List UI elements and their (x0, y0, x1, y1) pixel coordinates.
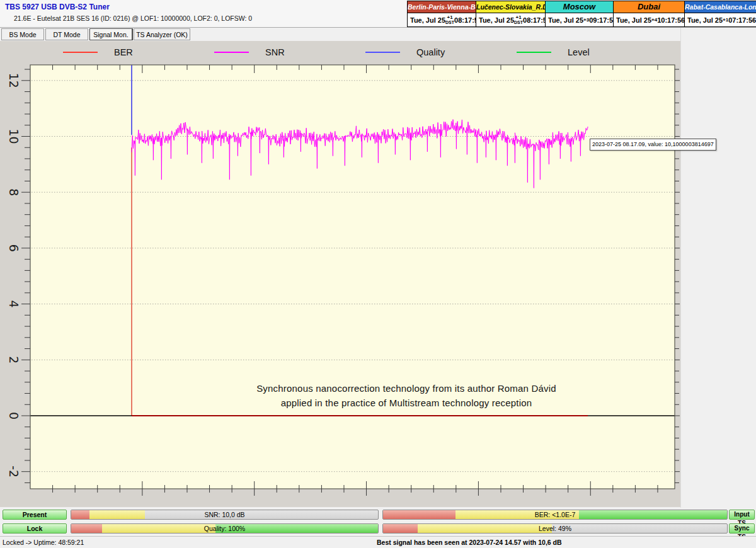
svg-text:4: 4 (7, 300, 21, 308)
lock-button[interactable]: Lock (3, 523, 67, 534)
svg-text:10: 10 (7, 128, 21, 144)
utc-offset-value: +1 (723, 18, 728, 23)
clock-utc-offset: +4 (651, 18, 657, 23)
ber-bar-text: BER: <1.0E-7 (383, 511, 727, 518)
header: TBS 5927 USB DVB-S2 Tuner 21.6E - Eutels… (0, 0, 756, 27)
clock-date: Tue, Jul 25 (687, 16, 723, 24)
snr-bar-text: SNR: 10,0 dB (71, 511, 378, 518)
world-clocks: Berlin-Paris-Vienna-BelgradeTue, Jul 25+… (407, 1, 756, 27)
clock-city-label: Rabat-Casablanca-London (685, 1, 756, 13)
transponder-subtitle: 21.6E - Eutelsat 21B SES 16 (ID: 0216) @… (14, 14, 252, 22)
clock-time-row: Tue, Jul 25+1DST08:17:56 (476, 13, 545, 26)
clock-1: Berlin-Paris-Vienna-BelgradeTue, Jul 25+… (408, 1, 476, 26)
utc-offset-value: +1 (447, 15, 452, 20)
tab-signal-mon-[interactable]: Signal Mon. (89, 28, 132, 40)
svg-text:6: 6 (7, 244, 21, 252)
clock-4: DubaiTue, Jul 25+410:17:56 (614, 1, 685, 26)
clock-hms: 10:17:56 (657, 16, 685, 24)
dst-flag: DST (445, 20, 454, 25)
clock-time-row: Tue, Jul 25+107:17:56 (685, 13, 756, 26)
svg-text:12: 12 (7, 73, 21, 88)
signal-chart[interactable]: 121086420-2 (0, 41, 680, 507)
quality-bar: Quality: 100% (71, 523, 379, 534)
utc-offset-value: +4 (651, 18, 657, 23)
level-bar-text: Level: 49% (383, 525, 727, 532)
utc-offset-value: +1 (515, 15, 521, 20)
input-ts-button[interactable]: Input TS (729, 510, 755, 520)
annotation-line-2: applied in the practice of Multistream t… (132, 396, 680, 410)
lock-uptime-status: Locked -> Uptime: 48:59:21 (3, 539, 84, 546)
clock-utc-offset: +1DST (514, 15, 523, 25)
tab-bs-mode[interactable]: BS Mode (1, 28, 44, 40)
app-title: TBS 5927 USB DVB-S2 Tuner (5, 3, 110, 11)
tab-dt-mode[interactable]: DT Mode (45, 28, 88, 40)
clock-time-row: Tue, Jul 25+1DST08:17:56 (408, 13, 476, 26)
clock-time-row: Tue, Jul 25+309:17:56 (546, 13, 613, 26)
app-window: TBS 5927 USB DVB-S2 Tuner 21.6E - Eutels… (0, 0, 756, 548)
clock-utc-offset: +1 (723, 18, 728, 23)
chart-annotation: Synchronous nanocorrection technology fr… (132, 381, 680, 410)
level-bar: Level: 49% (382, 523, 728, 534)
svg-text:0: 0 (7, 412, 21, 420)
clock-date: Tue, Jul 25 (479, 16, 514, 24)
clock-time-row: Tue, Jul 25+410:17:56 (614, 13, 684, 26)
utc-offset-value: +3 (583, 18, 589, 23)
svg-text:-2: -2 (7, 465, 21, 477)
clock-hms: 07:17:56 (728, 16, 756, 24)
best-signal-status: Best signal has been seen at 2023-07-24 … (377, 539, 562, 546)
clock-date: Tue, Jul 25 (548, 16, 583, 24)
svg-text:2: 2 (7, 356, 21, 363)
clock-utc-offset: +3 (583, 18, 589, 23)
chart-tooltip: 2023-07-25 08.17.09, value: 10,100000381… (590, 139, 716, 151)
present-button[interactable]: Present (3, 510, 67, 520)
tab-ts-analyzer-ok-[interactable]: TS Analyzer (OK) (134, 28, 190, 40)
quality-bar-text: Quality: 100% (71, 525, 378, 532)
dst-flag: DST (514, 20, 523, 25)
snr-bar: SNR: 10,0 dB (71, 510, 379, 520)
sync-ts-button[interactable]: Sync TS (729, 523, 755, 534)
clock-hms: 09:17:56 (589, 16, 617, 24)
clock-city-label: Moscow (546, 1, 613, 13)
clock-date: Tue, Jul 25 (616, 16, 651, 24)
annotation-line-1: Synchronous nanocorrection technology fr… (132, 381, 680, 396)
clock-2: Lučenec-Slovakia_R.DávidTue, Jul 25+1DST… (476, 1, 546, 26)
clock-date: Tue, Jul 25 (410, 16, 445, 24)
svg-text:8: 8 (7, 188, 21, 196)
clock-5: Rabat-Casablanca-LondonTue, Jul 25+107:1… (685, 1, 756, 26)
clock-3: MoscowTue, Jul 25+309:17:56 (546, 1, 614, 26)
status-bar: Locked -> Uptime: 48:59:21 Best signal h… (0, 536, 756, 548)
clock-city-label: Berlin-Paris-Vienna-Belgrade (408, 1, 476, 13)
ber-bar: BER: <1.0E-7 (382, 510, 728, 520)
signal-monitor-panel: BERSNRQualityLevel 121086420-2 Synchrono… (0, 41, 680, 507)
clock-city-label: Lučenec-Slovakia_R.Dávid (476, 1, 545, 13)
transponder-panel: Transponder [BS] Frequency:11617,819 MHz… (680, 28, 756, 508)
header-separator (0, 27, 756, 28)
clock-city-label: Dubai (614, 1, 684, 13)
clock-utc-offset: +1DST (445, 15, 454, 25)
